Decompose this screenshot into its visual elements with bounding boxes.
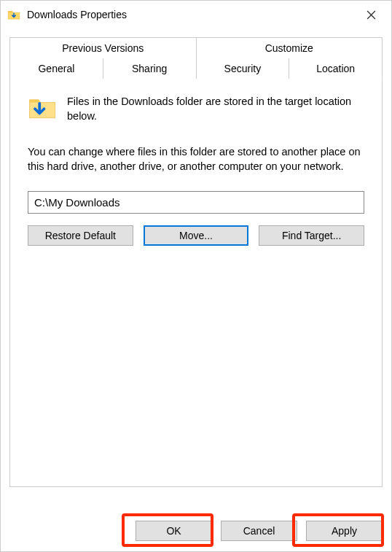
cancel-button[interactable]: Cancel [221, 521, 297, 541]
tabs-row-1: Previous Versions Customize [9, 37, 383, 58]
tab-sharing[interactable]: Sharing [103, 58, 197, 79]
location-path-input[interactable] [28, 191, 364, 214]
tab-security[interactable]: Security [197, 58, 290, 79]
description-secondary: You can change where files in this folde… [28, 145, 364, 174]
apply-button[interactable]: Apply [306, 521, 383, 541]
content-area: Previous Versions Customize General Shar… [9, 37, 383, 504]
properties-dialog: Downloads Properties Previous Versions C… [0, 0, 392, 552]
location-button-row: Restore Default Move... Find Target... [28, 225, 364, 246]
tab-general[interactable]: General [9, 58, 103, 79]
move-button[interactable]: Move... [144, 225, 249, 246]
close-icon [366, 10, 376, 20]
find-target-button[interactable]: Find Target... [259, 225, 364, 246]
downloads-folder-icon [28, 93, 57, 123]
dialog-footer: OK Cancel Apply [136, 521, 383, 541]
downloads-folder-icon [7, 7, 21, 22]
tab-location[interactable]: Location [289, 58, 383, 79]
window-title: Downloads Properties [27, 9, 356, 20]
tab-body-location: Files in the Downloads folder are stored… [9, 79, 383, 487]
titlebar: Downloads Properties [1, 1, 391, 28]
close-button[interactable] [356, 4, 385, 26]
description-primary: Files in the Downloads folder are stored… [67, 93, 364, 123]
ok-button[interactable]: OK [136, 521, 212, 541]
tab-customize[interactable]: Customize [197, 37, 383, 58]
description-row: Files in the Downloads folder are stored… [28, 93, 364, 123]
restore-default-button[interactable]: Restore Default [28, 225, 133, 246]
tabs-row-2: General Sharing Security Location [9, 58, 383, 79]
tab-previous-versions[interactable]: Previous Versions [9, 37, 197, 58]
